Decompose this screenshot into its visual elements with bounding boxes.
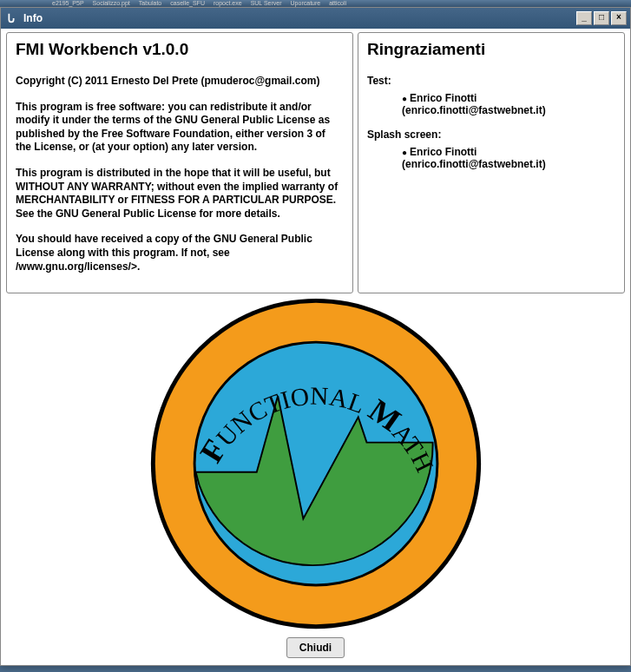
test-label: Test: bbox=[367, 75, 615, 87]
copyright-text: Copyright (C) 2011 Ernesto Del Prete (pm… bbox=[16, 75, 344, 89]
close-button[interactable]: Chiudi bbox=[286, 637, 345, 658]
ack-title: Ringraziamenti bbox=[367, 40, 615, 59]
license-p3: You should have received a copy of the G… bbox=[16, 233, 344, 273]
info-window: Info _ □ × FMI Workbench v1.0.0 Copyrigh… bbox=[0, 7, 631, 666]
bullet-icon: ● bbox=[402, 148, 407, 157]
splash-label: Splash screen: bbox=[367, 128, 615, 141]
app-title: FMI Workbench v1.0.0 bbox=[16, 40, 344, 59]
button-row: Chiudi bbox=[6, 634, 625, 662]
titlebar[interactable]: Info _ □ × bbox=[1, 8, 630, 29]
fmi-logo-icon: FUNCTIONAL MATHEMATICAL INDEX bbox=[147, 294, 485, 633]
license-p2: This program is distributed in the hope … bbox=[16, 167, 344, 221]
logo-container: FUNCTIONAL MATHEMATICAL INDEX bbox=[6, 293, 625, 634]
desktop-taskbar: e2195_P5P Socializzo.ppt Tabulato casell… bbox=[0, 0, 631, 7]
acknowledgements-panel: Ringraziamenti Test: ●Enrico Finotti (en… bbox=[358, 32, 625, 293]
about-panel: FMI Workbench v1.0.0 Copyright (C) 2011 … bbox=[6, 32, 353, 293]
close-window-button[interactable]: × bbox=[611, 11, 627, 25]
splash-credit: ●Enrico Finotti (enrico.finotti@fastwebn… bbox=[367, 146, 615, 170]
java-icon bbox=[4, 11, 18, 25]
bullet-icon: ● bbox=[402, 94, 407, 103]
window-title: Info bbox=[23, 12, 576, 24]
content-area: FMI Workbench v1.0.0 Copyright (C) 2011 … bbox=[1, 29, 630, 665]
window-controls: _ □ × bbox=[576, 11, 627, 25]
test-credit: ●Enrico Finotti (enrico.finotti@fastwebn… bbox=[367, 92, 615, 116]
maximize-button[interactable]: □ bbox=[594, 11, 609, 25]
license-p1: This program is free software: you can r… bbox=[16, 101, 344, 155]
minimize-button[interactable]: _ bbox=[576, 11, 592, 25]
